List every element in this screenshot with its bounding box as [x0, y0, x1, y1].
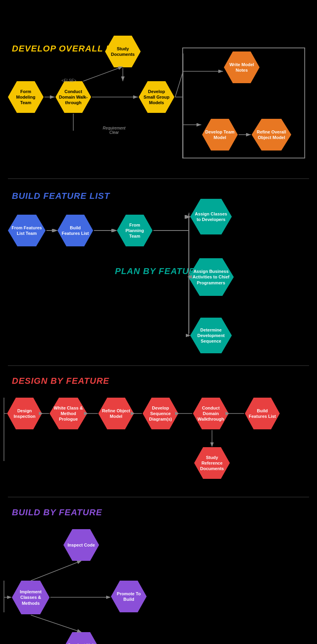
study-documents-node: Study Documents — [105, 36, 141, 67]
from-features-node: From Features List Team — [8, 215, 46, 246]
title-plan-feature: PLAN BY FEATURE — [115, 266, 202, 276]
develop-sequence-node: Develop Sequence Diagram(s) — [143, 398, 178, 429]
else-label: <ELSE> — [61, 78, 76, 83]
svg-line-45 — [31, 615, 81, 632]
svg-line-43 — [31, 561, 81, 581]
build-features-node: Build Features List — [57, 215, 93, 246]
conduct-domain-design-node: Conduct Domain Walkthrough — [193, 398, 229, 429]
title-build-feature: BUILD FEATURE LIST — [12, 191, 110, 201]
requirement-label: Requirement Clear — [98, 126, 130, 135]
design-inspection-node: Design Inspection — [7, 398, 42, 429]
promote-node: Promote To Build — [111, 581, 147, 612]
title-build-by-feature: BUILD BY FEATURE — [12, 507, 102, 518]
implement-node: Implement Classes & Methods — [12, 581, 50, 614]
inspect-code-node: Inspect Code — [63, 529, 99, 561]
svg-line-2 — [83, 67, 123, 81]
study-reference-node: Study Reference Documents — [194, 447, 230, 479]
from-planning-node: From Planning Team — [117, 215, 153, 246]
build-features-design-node: Build Features List — [245, 398, 280, 429]
determine-node: Determine Development Sequence — [190, 318, 232, 353]
form-modeling-node: Form Modeling Team — [8, 81, 44, 113]
white-class-node: White Class & Method Prologue — [50, 398, 87, 429]
assign-business-node: Assign Business Activities to Chief Prog… — [188, 258, 234, 296]
develop-small-node: Develop Small Group Models — [139, 81, 174, 113]
svg-line-11 — [175, 71, 183, 97]
refine-object-node: Refine Object Model — [98, 398, 134, 429]
title-design-feature: DESIGN BY FEATURE — [12, 376, 109, 386]
conduct-unit-node: Conduct Unit Test — [63, 632, 99, 644]
assign-classes-node: Assign Classes to Developers — [190, 199, 232, 234]
conduct-domain-node: Conduct Domain Walk-through — [55, 81, 91, 113]
